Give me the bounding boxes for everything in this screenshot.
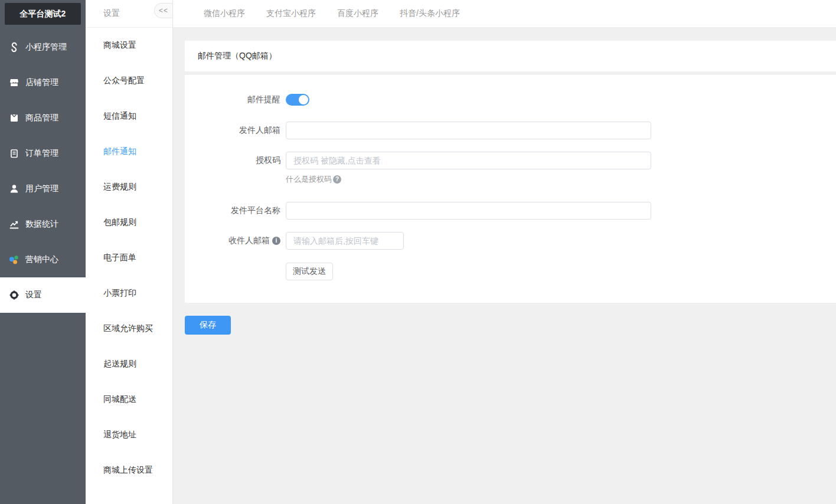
sidebar-item-user[interactable]: 用户管理 (0, 171, 86, 207)
submenu-item-city-delivery[interactable]: 同城配送 (86, 382, 172, 417)
toggle-knob (299, 95, 308, 104)
content-area: 邮件管理（QQ邮箱） 邮件提醒 发件人邮箱 授权码 什么是授权码 ? (173, 28, 836, 335)
primary-nav: 小程序管理 店铺管理 商品管理 订单管理 用户管理 (0, 25, 86, 313)
sender-email-label: 发件人邮箱 (185, 125, 280, 136)
platform-name-field[interactable] (286, 202, 651, 220)
submenu-item-upload-settings[interactable]: 商城上传设置 (86, 453, 172, 488)
order-icon (9, 148, 19, 159)
sidebar-item-label: 小程序管理 (25, 42, 67, 53)
sidebar-item-label: 数据统计 (25, 219, 58, 230)
sidebar-item-label: 商品管理 (25, 113, 58, 123)
sidebar-item-label: 店铺管理 (25, 77, 58, 88)
submenu-item-e-waybill[interactable]: 电子面单 (86, 240, 172, 276)
sidebar-item-label: 设置 (25, 290, 42, 300)
sidebar-item-product[interactable]: 商品管理 (0, 100, 86, 136)
settings-submenu: 设置 << 商城设置 公众号配置 短信通知 邮件通知 运费规则 包邮规则 电子面… (86, 0, 173, 504)
auth-code-field[interactable] (286, 152, 651, 169)
tab-baidu-miniprogram[interactable]: 百度小程序 (337, 8, 378, 19)
sidebar-item-settings[interactable]: 设置 (0, 277, 86, 313)
submenu-header: 设置 << (86, 0, 172, 28)
recipient-email-label-text: 收件人邮箱 (228, 235, 270, 246)
email-reminder-toggle[interactable] (286, 94, 309, 106)
sidebar-item-label: 营销中心 (25, 254, 58, 265)
submenu-item-shipping-rules[interactable]: 运费规则 (86, 169, 172, 205)
tab-wechat-miniprogram[interactable]: 微信小程序 (204, 8, 245, 19)
submenu-item-official-account[interactable]: 公众号配置 (86, 63, 172, 99)
app-logo: 全平台测试2 (5, 3, 81, 25)
submenu-item-free-shipping[interactable]: 包邮规则 (86, 205, 172, 240)
sidebar-item-label: 订单管理 (25, 148, 58, 159)
email-settings-card-header: 邮件管理（QQ邮箱） (185, 41, 836, 71)
submenu-item-region-allow[interactable]: 区域允许购买 (86, 311, 172, 346)
sidebar-item-stats[interactable]: 数据统计 (0, 207, 86, 242)
email-settings-form: 邮件提醒 发件人邮箱 授权码 什么是授权码 ? 发件平台名称 (185, 75, 836, 303)
platform-name-label: 发件平台名称 (185, 205, 280, 216)
sidebar-item-marketing[interactable]: 营销中心 (0, 242, 86, 277)
main-area: 微信小程序 支付宝小程序 百度小程序 抖音/头条小程序 邮件管理（QQ邮箱） 邮… (173, 0, 836, 504)
marketing-icon (9, 254, 19, 265)
save-button[interactable]: 保存 (185, 316, 231, 335)
tab-douyin-miniprogram[interactable]: 抖音/头条小程序 (400, 8, 460, 19)
auth-code-help-text: 什么是授权码 (286, 174, 332, 185)
email-reminder-label: 邮件提醒 (185, 94, 280, 105)
submenu-title: 设置 (103, 8, 120, 19)
sidebar-item-shop[interactable]: 店铺管理 (0, 65, 86, 100)
product-icon (9, 113, 19, 123)
sidebar-item-order[interactable]: 订单管理 (0, 136, 86, 171)
tab-alipay-miniprogram[interactable]: 支付宝小程序 (266, 8, 316, 19)
platform-tabbar: 微信小程序 支付宝小程序 百度小程序 抖音/头条小程序 (173, 0, 836, 28)
submenu-item-min-order[interactable]: 起送规则 (86, 346, 172, 382)
platform-name-row: 发件平台名称 (185, 202, 836, 220)
submenu-item-sms-notify[interactable]: 短信通知 (86, 99, 172, 134)
email-reminder-row: 邮件提醒 (185, 94, 836, 106)
auth-code-row: 授权码 (185, 152, 836, 169)
auth-code-label: 授权码 (185, 155, 280, 166)
primary-sidebar: 全平台测试2 小程序管理 店铺管理 商品管理 订单管理 (0, 0, 86, 504)
shop-icon (9, 77, 19, 88)
test-send-row: 测试发送 (185, 263, 836, 280)
submenu-item-return-address[interactable]: 退货地址 (86, 417, 172, 453)
gear-icon (9, 290, 19, 300)
stats-icon (9, 219, 19, 230)
sidebar-item-miniprogram[interactable]: 小程序管理 (0, 30, 86, 65)
submenu-item-email-notify[interactable]: 邮件通知 (86, 134, 172, 169)
sender-email-row: 发件人邮箱 (185, 122, 836, 139)
sender-email-field[interactable] (286, 122, 651, 139)
auth-code-help[interactable]: 什么是授权码 ? (286, 174, 836, 185)
page-title: 邮件管理（QQ邮箱） (185, 41, 836, 71)
user-icon (9, 184, 19, 194)
collapse-sidebar-button[interactable]: << (154, 3, 172, 18)
info-icon: i (272, 237, 280, 245)
recipient-email-row: 收件人邮箱 i (185, 232, 836, 250)
test-send-button[interactable]: 测试发送 (286, 263, 333, 280)
submenu-item-receipt-print[interactable]: 小票打印 (86, 276, 172, 311)
sidebar-item-label: 用户管理 (25, 184, 58, 194)
recipient-email-label: 收件人邮箱 i (185, 235, 280, 246)
miniprogram-icon (9, 42, 19, 53)
question-icon: ? (333, 175, 341, 184)
submenu-item-mall-settings[interactable]: 商城设置 (86, 28, 172, 63)
recipient-email-field[interactable] (286, 232, 404, 250)
